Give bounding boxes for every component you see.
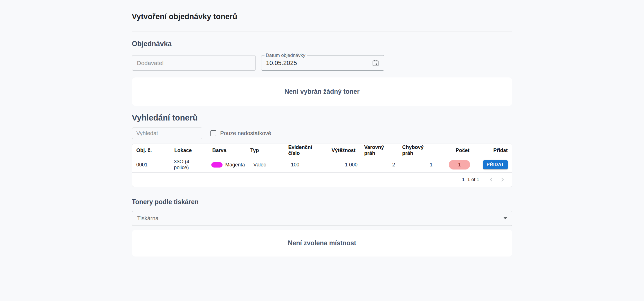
search-section-heading: Vyhledání tonerů — [132, 113, 512, 122]
column-header-typ[interactable]: Typ — [246, 144, 284, 157]
toner-table: Obj. č. Lokace Barva Typ Evidenční číslo… — [132, 144, 512, 187]
search-input[interactable] — [132, 128, 202, 139]
pagination-next-button[interactable] — [497, 174, 508, 185]
pagination-prev-button[interactable] — [486, 174, 497, 185]
arrow-drop-down-icon — [504, 217, 507, 219]
column-header-vyteznost[interactable]: Výtěžnost — [322, 144, 360, 157]
column-header-pocet[interactable]: Počet — [436, 144, 474, 157]
cell-vyteznost: 1 000 — [324, 162, 362, 168]
toner-color-swatch — [211, 162, 223, 168]
printers-empty-card: Není zvolena místnost — [132, 230, 512, 257]
no-room-selected-message: Není zvolena místnost — [288, 239, 356, 247]
column-header-obj-c[interactable]: Obj. č. — [132, 144, 170, 157]
column-header-evidencni-cislo[interactable]: Evidenční číslo — [284, 144, 322, 157]
page-title: Vytvoření objednávky tonerů — [132, 12, 512, 21]
supplier-input[interactable] — [132, 55, 256, 71]
add-toner-button[interactable]: PŘIDAT — [483, 160, 508, 169]
table-pagination: 1–1 of 1 — [132, 172, 512, 187]
cell-typ: Válec — [249, 162, 286, 168]
toner-table-header: Obj. č. Lokace Barva Typ Evidenční číslo… — [132, 144, 512, 157]
chevron-left-icon — [488, 176, 495, 183]
printer-select-value: Tiskárna — [137, 215, 504, 222]
chevron-right-icon — [499, 176, 506, 183]
toner-search-section: Vyhledání tonerů Pouze nedostatkové Obj.… — [132, 113, 512, 187]
page-content: Vytvoření objednávky tonerů Objednávka D… — [132, 0, 512, 257]
column-header-lokace[interactable]: Lokace — [170, 144, 208, 157]
column-header-pridat[interactable]: Přidat — [474, 144, 512, 157]
search-controls-row: Pouze nedostatkové — [132, 128, 512, 139]
checkbox-unchecked-icon[interactable] — [210, 130, 216, 136]
printers-section-heading: Tonery podle tiskáren — [132, 198, 512, 206]
column-header-varovny-prah[interactable]: Varovný práh — [360, 144, 398, 157]
cell-obj-c: 0001 — [132, 162, 170, 168]
cell-pocet: 1 — [437, 160, 474, 170]
order-date-field[interactable]: Datum objednávky — [261, 55, 384, 71]
cell-barva: Magenta — [207, 162, 249, 168]
calendar-icon — [372, 59, 379, 67]
cell-evidencni-cislo: 100 — [287, 162, 324, 168]
no-toner-selected-message: Není vybrán žádný toner — [284, 88, 360, 95]
only-low-stock-label: Pouze nedostatkové — [220, 130, 271, 137]
order-fields-row: Datum objednávky — [132, 55, 512, 71]
pagination-range-label: 1–1 of 1 — [462, 177, 479, 182]
only-low-stock-checkbox[interactable]: Pouze nedostatkové — [210, 130, 271, 137]
stock-count-badge: 1 — [449, 160, 470, 170]
order-section: Objednávka Datum objednávky — [132, 40, 512, 106]
printers-section: Tonery podle tiskáren Tiskárna Není zvol… — [132, 198, 512, 257]
toner-color-name: Magenta — [225, 162, 245, 168]
order-date-label: Datum objednávky — [264, 53, 307, 58]
date-picker-button[interactable] — [370, 57, 381, 69]
printer-select[interactable]: Tiskárna — [132, 211, 512, 226]
column-header-chybovy-prah[interactable]: Chybový práh — [398, 144, 436, 157]
cell-lokace: 33O (4. police) — [170, 159, 207, 171]
cell-chybovy-prah: 1 — [399, 162, 437, 168]
title-divider — [132, 32, 512, 32]
table-row[interactable]: 0001 33O (4. police) Magenta Válec 100 1… — [132, 157, 512, 172]
cell-pridat: PŘIDAT — [474, 160, 512, 169]
order-section-heading: Objednávka — [132, 40, 512, 48]
column-header-barva[interactable]: Barva — [208, 144, 246, 157]
selected-toners-empty-card: Není vybrán žádný toner — [132, 77, 512, 106]
cell-varovny-prah: 2 — [362, 162, 399, 168]
